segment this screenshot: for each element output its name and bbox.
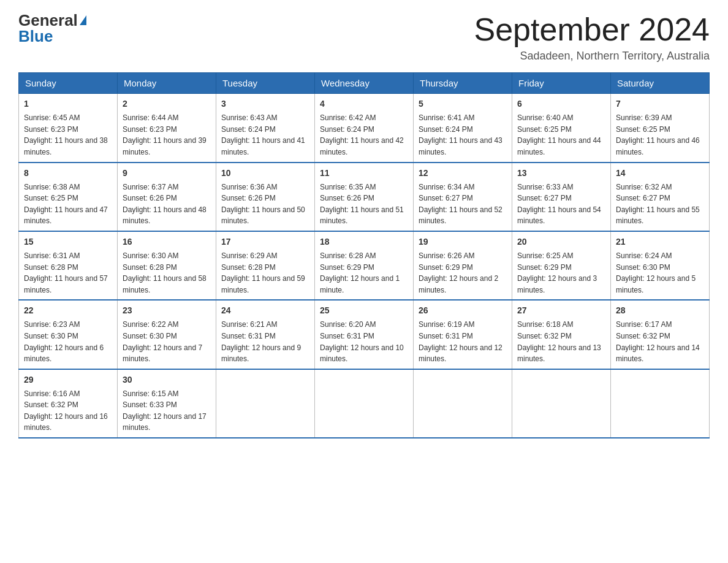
day-number: 12 — [419, 167, 507, 180]
title-area: September 2024 Sadadeen, Northern Territ… — [474, 12, 710, 63]
day-number: 17 — [221, 236, 309, 248]
day-number: 24 — [221, 304, 309, 317]
day-info: Sunrise: 6:21 AMSunset: 6:31 PMDaylight:… — [221, 319, 309, 364]
day-info: Sunrise: 6:42 AMSunset: 6:24 PMDaylight:… — [320, 112, 408, 158]
calendar-cell: 21Sunrise: 6:24 AMSunset: 6:30 PMDayligh… — [611, 231, 710, 300]
day-number: 29 — [24, 373, 112, 386]
calendar-cell: 2Sunrise: 6:44 AMSunset: 6:23 PMDaylight… — [118, 94, 216, 163]
calendar-cell — [216, 369, 315, 438]
calendar-cell: 16Sunrise: 6:30 AMSunset: 6:28 PMDayligh… — [118, 231, 216, 300]
day-number: 9 — [123, 167, 211, 180]
calendar-header-row: SundayMondayTuesdayWednesdayThursdayFrid… — [19, 73, 710, 94]
day-info: Sunrise: 6:28 AMSunset: 6:29 PMDaylight:… — [320, 250, 408, 296]
day-number: 2 — [123, 98, 211, 110]
day-number: 6 — [517, 98, 605, 110]
day-info: Sunrise: 6:19 AMSunset: 6:31 PMDaylight:… — [419, 319, 507, 364]
calendar-cell: 11Sunrise: 6:35 AMSunset: 6:26 PMDayligh… — [315, 163, 414, 231]
day-info: Sunrise: 6:18 AMSunset: 6:32 PMDaylight:… — [517, 319, 605, 364]
calendar-cell: 26Sunrise: 6:19 AMSunset: 6:31 PMDayligh… — [414, 300, 512, 369]
day-number: 11 — [320, 167, 408, 180]
day-number: 18 — [320, 236, 408, 248]
calendar-cell: 6Sunrise: 6:40 AMSunset: 6:25 PMDaylight… — [512, 94, 611, 163]
day-number: 4 — [320, 98, 408, 110]
calendar-cell — [512, 369, 611, 438]
calendar-cell: 24Sunrise: 6:21 AMSunset: 6:31 PMDayligh… — [216, 300, 315, 369]
day-number: 14 — [616, 167, 704, 180]
day-info: Sunrise: 6:17 AMSunset: 6:32 PMDaylight:… — [616, 319, 704, 364]
logo: General Blue — [18, 12, 86, 44]
day-header-sunday: Sunday — [19, 73, 118, 94]
day-info: Sunrise: 6:34 AMSunset: 6:27 PMDaylight:… — [419, 182, 507, 227]
day-number: 23 — [123, 304, 211, 317]
day-number: 30 — [123, 373, 211, 386]
logo-general: General — [18, 12, 78, 28]
location-subtitle: Sadadeen, Northern Territory, Australia — [474, 50, 710, 63]
day-number: 25 — [320, 304, 408, 317]
calendar-cell: 27Sunrise: 6:18 AMSunset: 6:32 PMDayligh… — [512, 300, 611, 369]
calendar-cell: 18Sunrise: 6:28 AMSunset: 6:29 PMDayligh… — [315, 231, 414, 300]
day-number: 27 — [517, 304, 605, 317]
calendar-week-2: 8Sunrise: 6:38 AMSunset: 6:25 PMDaylight… — [19, 163, 710, 231]
calendar-cell: 4Sunrise: 6:42 AMSunset: 6:24 PMDaylight… — [315, 94, 414, 163]
day-header-tuesday: Tuesday — [216, 73, 315, 94]
calendar-cell — [611, 369, 710, 438]
calendar-week-1: 1Sunrise: 6:45 AMSunset: 6:23 PMDaylight… — [19, 94, 710, 163]
day-number: 26 — [419, 304, 507, 317]
month-title: September 2024 — [474, 12, 710, 47]
day-info: Sunrise: 6:30 AMSunset: 6:28 PMDaylight:… — [123, 250, 211, 296]
calendar-cell: 3Sunrise: 6:43 AMSunset: 6:24 PMDaylight… — [216, 94, 315, 163]
day-info: Sunrise: 6:25 AMSunset: 6:29 PMDaylight:… — [517, 250, 605, 296]
calendar-week-5: 29Sunrise: 6:16 AMSunset: 6:32 PMDayligh… — [19, 369, 710, 438]
calendar-cell: 12Sunrise: 6:34 AMSunset: 6:27 PMDayligh… — [414, 163, 512, 231]
calendar-cell: 23Sunrise: 6:22 AMSunset: 6:30 PMDayligh… — [118, 300, 216, 369]
calendar-cell: 15Sunrise: 6:31 AMSunset: 6:28 PMDayligh… — [19, 231, 118, 300]
calendar-cell: 30Sunrise: 6:15 AMSunset: 6:33 PMDayligh… — [118, 369, 216, 438]
day-header-friday: Friday — [512, 73, 611, 94]
day-info: Sunrise: 6:40 AMSunset: 6:25 PMDaylight:… — [517, 112, 605, 158]
calendar-cell: 8Sunrise: 6:38 AMSunset: 6:25 PMDaylight… — [19, 163, 118, 231]
calendar-cell: 29Sunrise: 6:16 AMSunset: 6:32 PMDayligh… — [19, 369, 118, 438]
calendar-cell — [414, 369, 512, 438]
calendar-cell: 20Sunrise: 6:25 AMSunset: 6:29 PMDayligh… — [512, 231, 611, 300]
calendar-cell: 14Sunrise: 6:32 AMSunset: 6:27 PMDayligh… — [611, 163, 710, 231]
logo-triangle-icon — [80, 15, 86, 25]
day-number: 19 — [419, 236, 507, 248]
calendar-cell: 17Sunrise: 6:29 AMSunset: 6:28 PMDayligh… — [216, 231, 315, 300]
day-info: Sunrise: 6:33 AMSunset: 6:27 PMDaylight:… — [517, 182, 605, 227]
day-info: Sunrise: 6:24 AMSunset: 6:30 PMDaylight:… — [616, 250, 704, 296]
calendar-cell — [315, 369, 414, 438]
calendar-week-4: 22Sunrise: 6:23 AMSunset: 6:30 PMDayligh… — [19, 300, 710, 369]
calendar-cell: 19Sunrise: 6:26 AMSunset: 6:29 PMDayligh… — [414, 231, 512, 300]
day-number: 8 — [24, 167, 112, 180]
calendar-week-3: 15Sunrise: 6:31 AMSunset: 6:28 PMDayligh… — [19, 231, 710, 300]
day-number: 20 — [517, 236, 605, 248]
day-info: Sunrise: 6:37 AMSunset: 6:26 PMDaylight:… — [123, 182, 211, 227]
day-number: 22 — [24, 304, 112, 317]
day-header-thursday: Thursday — [414, 73, 512, 94]
logo-blue: Blue — [18, 28, 86, 44]
day-number: 21 — [616, 236, 704, 248]
day-number: 1 — [24, 98, 112, 110]
calendar-cell: 22Sunrise: 6:23 AMSunset: 6:30 PMDayligh… — [19, 300, 118, 369]
calendar-cell: 13Sunrise: 6:33 AMSunset: 6:27 PMDayligh… — [512, 163, 611, 231]
day-info: Sunrise: 6:26 AMSunset: 6:29 PMDaylight:… — [419, 250, 507, 296]
day-info: Sunrise: 6:23 AMSunset: 6:30 PMDaylight:… — [24, 319, 112, 364]
day-info: Sunrise: 6:43 AMSunset: 6:24 PMDaylight:… — [221, 112, 309, 158]
calendar-cell: 5Sunrise: 6:41 AMSunset: 6:24 PMDaylight… — [414, 94, 512, 163]
day-number: 28 — [616, 304, 704, 317]
day-info: Sunrise: 6:15 AMSunset: 6:33 PMDaylight:… — [123, 388, 211, 434]
day-info: Sunrise: 6:35 AMSunset: 6:26 PMDaylight:… — [320, 182, 408, 227]
day-info: Sunrise: 6:22 AMSunset: 6:30 PMDaylight:… — [123, 319, 211, 364]
calendar-table: SundayMondayTuesdayWednesdayThursdayFrid… — [18, 72, 710, 439]
day-info: Sunrise: 6:45 AMSunset: 6:23 PMDaylight:… — [24, 112, 112, 158]
day-header-saturday: Saturday — [611, 73, 710, 94]
day-info: Sunrise: 6:31 AMSunset: 6:28 PMDaylight:… — [24, 250, 112, 296]
calendar-cell: 28Sunrise: 6:17 AMSunset: 6:32 PMDayligh… — [611, 300, 710, 369]
day-number: 15 — [24, 236, 112, 248]
day-info: Sunrise: 6:32 AMSunset: 6:27 PMDaylight:… — [616, 182, 704, 227]
day-header-wednesday: Wednesday — [315, 73, 414, 94]
day-info: Sunrise: 6:29 AMSunset: 6:28 PMDaylight:… — [221, 250, 309, 296]
day-info: Sunrise: 6:36 AMSunset: 6:26 PMDaylight:… — [221, 182, 309, 227]
calendar-cell: 10Sunrise: 6:36 AMSunset: 6:26 PMDayligh… — [216, 163, 315, 231]
day-info: Sunrise: 6:38 AMSunset: 6:25 PMDaylight:… — [24, 182, 112, 227]
